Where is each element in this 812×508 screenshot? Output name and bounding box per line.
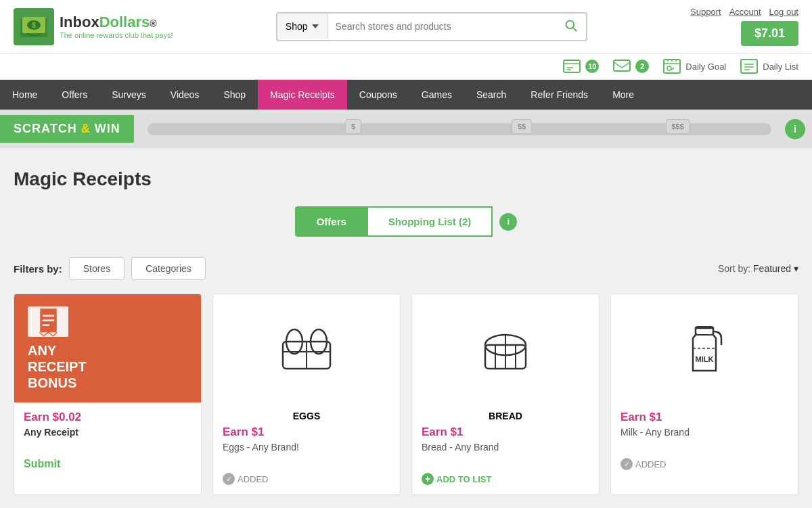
receipts-count: 10 [585, 60, 599, 73]
card-image-eggs [213, 294, 400, 402]
marker-double-dollar: $$ [512, 119, 532, 134]
svg-point-4 [566, 20, 574, 28]
search-bar: Shop [276, 12, 587, 41]
added-milk: ✓ ADDED [621, 458, 788, 470]
item-name-receipt: Any Receipt [24, 427, 191, 438]
search-button[interactable] [556, 14, 586, 40]
filters-row: Filters by: Stores Categories Sort by: F… [14, 257, 798, 280]
earn-amount-bread: Earn $1 [422, 425, 589, 439]
account-link[interactable]: Account [729, 7, 761, 17]
eggs-product-label: EGGS [223, 411, 390, 421]
filter-stores-button[interactable]: Stores [69, 257, 125, 280]
receipt-document-icon [37, 306, 60, 337]
daily-list-icon [740, 59, 759, 74]
svg-line-5 [572, 27, 577, 31]
card-action-receipt: Submit [14, 451, 201, 480]
submit-link[interactable]: Submit [24, 458, 60, 469]
notifications-bar: 10 2 Daily Goal Daily List [0, 53, 812, 80]
filter-categories-button[interactable]: Categories [131, 257, 206, 280]
nav-magic-receipts[interactable]: Magic Receipts [258, 80, 347, 110]
svg-rect-6 [564, 60, 580, 72]
earn-amount-milk: Earn $1 [621, 411, 788, 424]
added-eggs: ✓ ADDED [223, 473, 390, 485]
card-bread: BREAD Earn $1 Bread - Any Brand + ADD TO… [411, 294, 600, 495]
nav-search[interactable]: Search [464, 80, 518, 110]
filters-label: Filters by: [14, 263, 62, 275]
cards-grid: ANYRECEIPTBONUS Earn $0.02 Any Receipt S… [14, 294, 798, 495]
receipt-bonus-text: ANYRECEIPTBONUS [28, 342, 87, 391]
main-content: Magic Receipts Offers Shopping List (2) … [0, 148, 812, 508]
dropdown-arrow-icon [312, 23, 319, 30]
add-to-list-bread[interactable]: + ADD TO LIST [422, 473, 589, 485]
card-eggs: EGGS Earn $1 Eggs - Any Brand! ✓ ADDED [212, 294, 401, 495]
card-action-milk: ✓ ADDED [611, 451, 798, 480]
tab-shopping-list[interactable]: Shopping List (2) [367, 206, 493, 237]
svg-rect-10 [741, 60, 757, 73]
search-input[interactable] [328, 14, 556, 39]
tab-info-button[interactable]: i [499, 213, 517, 231]
tab-offers[interactable]: Offers [295, 206, 367, 237]
receipt-icon [28, 306, 68, 337]
nav-home[interactable]: Home [0, 80, 49, 110]
card-action-eggs: ✓ ADDED [213, 466, 400, 494]
messages-icon [612, 59, 631, 74]
card-body-milk: Earn $1 Milk - Any Brand [611, 402, 798, 451]
logo-text: InboxDollars® The online rewards club th… [60, 14, 173, 39]
eggs-icon [276, 318, 337, 379]
svg-rect-7 [614, 60, 630, 71]
logo-area: $ InboxDollars® The online rewards club … [14, 8, 173, 45]
scratch-progress: $ $$ $$$ [134, 123, 785, 135]
card-body-receipt: Earn $0.02 Any Receipt [14, 402, 201, 451]
daily-goal-label: Daily Goal [685, 62, 726, 72]
earn-amount-eggs: Earn $1 [223, 425, 390, 439]
logo-tagline: The online rewards club that pays! [60, 31, 173, 39]
filters-left: Filters by: Stores Categories [14, 257, 206, 280]
messages-notif[interactable]: 2 [612, 59, 649, 74]
receipts-icon [562, 59, 581, 74]
nav-more[interactable]: More [600, 80, 646, 110]
card-milk: MILK Earn $1 Milk - Any Brand ✓ ADDED [610, 294, 798, 495]
daily-list-label: Daily List [763, 62, 798, 72]
daily-goal-notif[interactable]: Daily Goal [662, 59, 726, 74]
plus-icon: + [422, 473, 434, 485]
scratch-win-bar: SCRATCH & WIN $ $$ $$$ i [0, 110, 812, 148]
card-any-receipt: ANYRECEIPTBONUS Earn $0.02 Any Receipt S… [14, 294, 202, 495]
search-icon [564, 19, 578, 32]
logout-link[interactable]: Log out [769, 7, 798, 17]
scratch-info-button[interactable]: i [785, 119, 805, 139]
bread-product-label: BREAD [422, 411, 589, 421]
bread-icon [475, 318, 536, 379]
nav-games[interactable]: Games [409, 80, 464, 110]
logo-brand: InboxDollars® [60, 14, 173, 31]
logo-image: $ [14, 8, 54, 45]
daily-goal-icon [662, 59, 681, 74]
progress-track: $ $$ $$$ [148, 123, 771, 135]
balance-button[interactable]: $7.01 [741, 21, 798, 46]
nav-refer-friends[interactable]: Refer Friends [518, 80, 600, 110]
milk-icon: MILK [674, 318, 735, 379]
card-body-eggs: EGGS Earn $1 Eggs - Any Brand! [213, 402, 400, 466]
sort-value: Featured ▾ [753, 263, 798, 274]
card-body-bread: BREAD Earn $1 Bread - Any Brand [412, 402, 599, 466]
scratch-win-label: SCRATCH & WIN [0, 115, 134, 143]
nav-shop[interactable]: Shop [211, 80, 258, 110]
main-nav: Home Offers Surveys Videos Shop Magic Re… [0, 80, 812, 110]
messages-count: 2 [635, 60, 649, 73]
page-title: Magic Receipts [14, 168, 798, 190]
checkmark-icon: ✓ [223, 473, 235, 485]
card-image-receipt: ANYRECEIPTBONUS [14, 294, 201, 402]
daily-list-notif[interactable]: Daily List [740, 59, 798, 74]
nav-coupons[interactable]: Coupons [347, 80, 409, 110]
nav-videos[interactable]: Videos [158, 80, 212, 110]
item-desc-eggs: Eggs - Any Brand! [223, 442, 390, 453]
receipts-notif[interactable]: 10 [562, 59, 599, 74]
sort-by[interactable]: Sort by: Featured ▾ [718, 263, 798, 274]
item-desc-milk: Milk - Any Brand [621, 427, 788, 438]
support-link[interactable]: Support [690, 7, 721, 17]
shop-dropdown[interactable]: Shop [277, 14, 328, 39]
top-right: Support Account Log out $7.01 [690, 7, 798, 46]
item-desc-bread: Bread - Any Brand [422, 442, 589, 453]
nav-offers[interactable]: Offers [49, 80, 99, 110]
nav-surveys[interactable]: Surveys [99, 80, 158, 110]
svg-text:MILK: MILK [696, 355, 714, 363]
